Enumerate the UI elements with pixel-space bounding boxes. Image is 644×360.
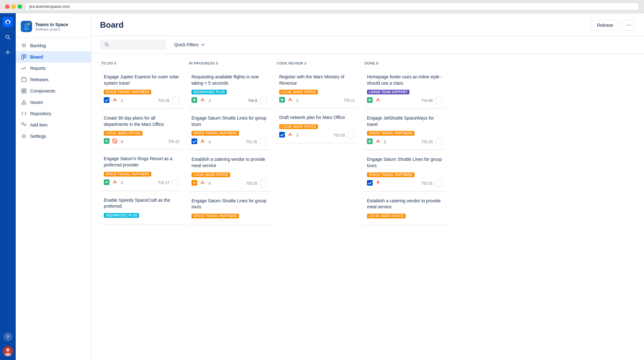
card-label: SPACE TRAVEL PARTNERS <box>192 131 239 136</box>
sidebar-item-releases[interactable]: Releases <box>16 74 91 85</box>
avatar <box>172 97 180 104</box>
sidebar-nav: Backlog Board Reports <box>16 40 91 142</box>
card[interactable]: Engage Saturn's Rings Resort as a prefer… <box>100 152 183 190</box>
card-id: TIS-12 <box>168 139 180 144</box>
reports-label: Reports <box>30 66 46 71</box>
card-title: Establish a catering vendor to provide m… <box>367 198 443 210</box>
quick-filters-button[interactable]: Quick Filters <box>170 40 209 50</box>
maximize-button[interactable] <box>18 4 22 9</box>
card-id: TIS-25 <box>158 98 169 103</box>
backlog-icon <box>21 42 27 49</box>
sidebar-item-repository[interactable]: Repository <box>16 108 91 119</box>
header-actions: Release ··· <box>591 20 635 31</box>
column-header-codereview: CODE REVIEW 2 <box>275 59 359 68</box>
svg-rect-37 <box>104 138 109 144</box>
issues-icon <box>21 99 27 105</box>
release-button[interactable]: Release <box>591 20 619 31</box>
sidebar-item-add-item[interactable]: Add item <box>16 119 91 131</box>
svg-rect-21 <box>24 89 26 91</box>
avatar <box>172 179 180 187</box>
svg-point-9 <box>25 24 27 26</box>
card-title: Register with the Mars Ministry of Reven… <box>279 74 355 86</box>
priority-high-icon <box>375 138 381 145</box>
address-bar[interactable]: jira.teamsinspace.com <box>25 3 639 10</box>
avatar <box>435 97 443 104</box>
user-avatar[interactable] <box>3 346 13 356</box>
card-count: 3 <box>296 133 298 138</box>
card[interactable]: Draft network plan for Mars OfficeLOCAL … <box>275 111 359 143</box>
card-id: TIS-15 <box>246 140 257 144</box>
traffic-lights <box>5 4 22 9</box>
nav-rail: ? <box>0 13 16 360</box>
sidebar: Teams in Space Software project Backlog <box>16 13 91 360</box>
issues-label: Issues <box>30 100 43 105</box>
sidebar-item-backlog[interactable]: Backlog <box>16 40 91 51</box>
card-title: Homepage footer uses an inline style - s… <box>367 74 443 86</box>
sidebar-item-board[interactable]: Board <box>16 51 91 63</box>
column-header-done: DONE 8 <box>363 59 447 68</box>
column-header-todo: TO DO 5 <box>100 59 183 68</box>
svg-rect-20 <box>22 89 24 91</box>
card[interactable]: Establish a catering vendor to provide m… <box>188 153 271 191</box>
sidebar-item-reports[interactable]: Reports <box>16 63 91 74</box>
card-label: LARGE TEAM SUPPORT <box>367 90 409 94</box>
sidebar-item-issues[interactable]: Issues <box>16 97 91 108</box>
avatar <box>260 97 267 104</box>
card-title: Engage Saturn's Rings Resort as a prefer… <box>104 156 180 168</box>
card-id: TIS-11 <box>344 98 355 103</box>
card-label: LOCAL MARS OFFICE <box>279 124 318 129</box>
card-label: SPACE TRAVEL PARTNERS <box>192 214 239 218</box>
card-footer: 3TIS-8 <box>192 97 267 104</box>
svg-rect-17 <box>22 78 26 82</box>
search-box[interactable] <box>100 40 166 50</box>
card-count: 3 <box>121 180 123 185</box>
board-label: Board <box>30 54 43 59</box>
nav-search-icon[interactable] <box>3 32 13 42</box>
card[interactable]: Create 90 day plans for all departments … <box>100 111 183 149</box>
sidebar-item-settings[interactable]: Settings <box>16 131 91 142</box>
card[interactable]: Register with the Mars Ministry of Reven… <box>275 70 359 108</box>
search-icon <box>104 42 109 47</box>
priority-high-icon <box>112 97 118 104</box>
card[interactable]: Establish a catering vendor to provide m… <box>363 194 447 225</box>
card[interactable]: Engage JetShuttle SpaceWays for travelSP… <box>363 111 447 149</box>
card-count: 9 <box>121 139 123 144</box>
svg-rect-62 <box>279 132 285 138</box>
block-icon <box>112 138 118 145</box>
project-info: Teams in Space Software project <box>35 22 68 31</box>
card-footer: 4TIS-15 <box>192 180 267 187</box>
card[interactable]: Engage Saturn Shuttle Lines for group to… <box>363 153 447 191</box>
card[interactable]: Engage Saturn Shuttle Lines for group to… <box>188 194 271 225</box>
nav-create-icon[interactable] <box>3 47 13 57</box>
card-id: TIS-17 <box>158 181 169 185</box>
close-button[interactable] <box>5 4 9 9</box>
minimize-button[interactable] <box>11 4 16 9</box>
help-icon[interactable]: ? <box>3 332 12 341</box>
card-footer: 3TIS-17 <box>104 179 180 187</box>
svg-point-52 <box>262 140 265 142</box>
card-footer: 5TIS-23 <box>367 138 443 146</box>
sidebar-item-components[interactable]: Components <box>16 85 91 97</box>
search-input[interactable] <box>111 42 162 47</box>
priority-high-icon <box>200 97 205 104</box>
card[interactable]: Engage Jupiter Express for outer solar s… <box>100 70 183 108</box>
arrow-up-icon <box>104 138 109 145</box>
card-count: 4 <box>208 181 211 186</box>
card-id: TIS-68 <box>421 98 433 103</box>
svg-rect-27 <box>22 123 24 125</box>
main-header: Board Release ··· <box>91 13 644 36</box>
card[interactable]: Homepage footer uses an inline style - s… <box>363 70 447 108</box>
app-logo[interactable] <box>3 17 13 27</box>
components-label: Components <box>30 88 55 93</box>
releases-icon <box>21 76 27 83</box>
more-options-button[interactable]: ··· <box>622 20 635 31</box>
page-title: Board <box>100 20 124 30</box>
card[interactable]: Engage Saturn Shuttle Lines for group to… <box>188 111 271 149</box>
svg-line-32 <box>108 45 109 47</box>
avatar <box>260 138 267 146</box>
card[interactable]: Requesting available flights is now taki… <box>188 70 271 108</box>
svg-point-5 <box>6 348 9 352</box>
svg-point-64 <box>350 133 353 136</box>
quick-filters-label: Quick Filters <box>174 42 199 47</box>
card[interactable]: Enable Speedy SpaceCraft as the preferre… <box>100 194 183 224</box>
